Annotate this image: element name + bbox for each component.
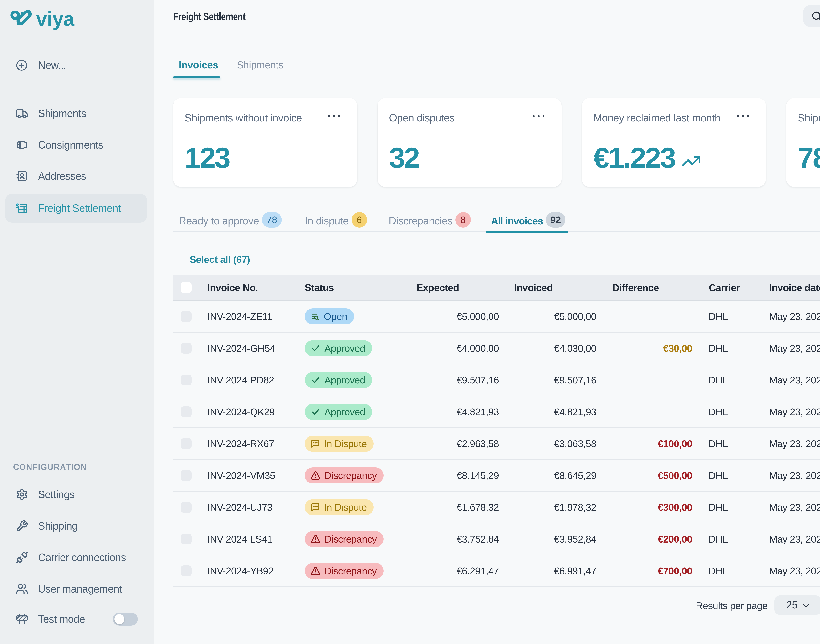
svg-text:$: $ (16, 202, 19, 209)
